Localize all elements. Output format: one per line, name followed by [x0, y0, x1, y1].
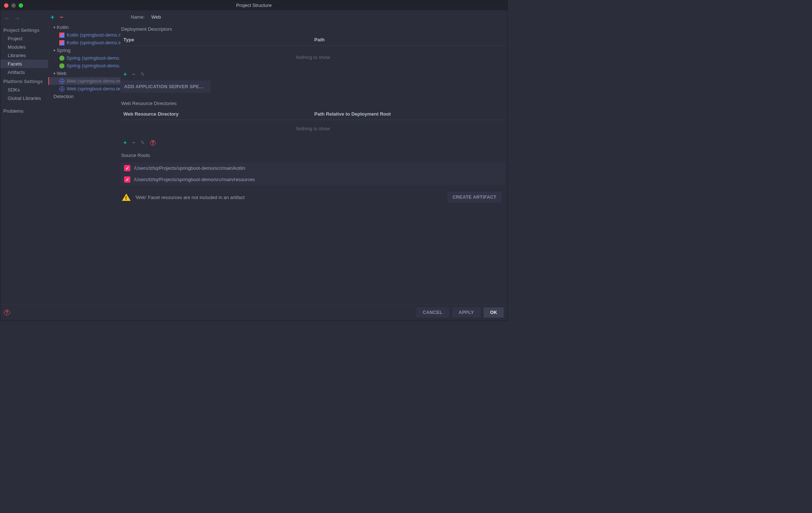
source-root-row[interactable]: /Users/lzhq/Projects/springboot-demo/src…: [120, 174, 505, 185]
facet-group-label: Kotlin: [57, 25, 69, 30]
footer-buttons: CANCEL APPLY OK: [416, 307, 504, 318]
source-checkbox[interactable]: [124, 176, 130, 183]
nav-libraries[interactable]: Libraries: [0, 51, 48, 60]
edit-webres-icon[interactable]: ✎: [141, 140, 145, 146]
content-scroll[interactable]: Deployment Descriptors Type Path Nothing…: [120, 24, 507, 304]
section-deployment-descriptors: Deployment Descriptors: [120, 24, 505, 35]
nav-global-libraries[interactable]: Global Libraries: [0, 94, 48, 102]
dialog-body: ← → Project Settings Project Modules Lib…: [0, 11, 507, 304]
web-icon: [59, 86, 64, 91]
facet-group-web[interactable]: ▾ Web: [48, 70, 120, 77]
add-facet-button[interactable]: +: [51, 14, 55, 21]
facet-toolbar: + −: [48, 13, 120, 23]
facet-kotlin-main[interactable]: Kotlin (springboot-demo.main): [48, 31, 120, 39]
remove-descriptor-icon[interactable]: −: [132, 71, 135, 78]
close-window-button[interactable]: [4, 3, 8, 8]
window-title: Project Structure: [236, 3, 272, 8]
warning-text: 'Web' Facet resources are not included i…: [135, 195, 443, 200]
facet-web-main[interactable]: Web (springboot-demo.main): [48, 77, 120, 85]
chevron-down-icon: ▾: [53, 71, 55, 75]
section-platform-settings: Platform Settings: [0, 76, 48, 86]
deploy-toolbar: + − ✎: [120, 69, 505, 79]
facet-web-test[interactable]: Web (springboot-demo.test): [48, 85, 120, 93]
main-panel: Name: Deployment Descriptors Type Path N…: [120, 11, 507, 304]
cancel-button[interactable]: CANCEL: [416, 307, 449, 318]
nav-project[interactable]: Project: [0, 34, 48, 43]
facet-tree: ▾ Kotlin Kotlin (springboot-demo.main) K…: [48, 23, 120, 100]
facet-tree-panel: + − ▾ Kotlin Kotlin (springboot-demo.mai…: [48, 11, 120, 304]
spring-icon: [59, 56, 64, 61]
name-label: Name:: [131, 14, 145, 20]
col-path: Path: [314, 37, 506, 42]
kotlin-icon: [59, 33, 64, 38]
facet-child-label: Web (springboot-demo.test): [67, 86, 126, 91]
nav-problems[interactable]: Problems: [0, 107, 48, 115]
nav-arrows: ← →: [0, 13, 48, 25]
source-path: /Users/lzhq/Projects/springboot-demo/src…: [134, 177, 255, 182]
minimize-window-button[interactable]: [11, 3, 16, 8]
col-type: Type: [123, 37, 314, 42]
facet-spring-test[interactable]: Spring (springboot-demo.test): [48, 62, 120, 70]
chevron-down-icon: ▾: [53, 48, 55, 52]
section-web-resource: Web Resource Directories: [120, 98, 505, 109]
nav-artifacts[interactable]: Artifacts: [0, 68, 48, 76]
source-path: /Users/lzhq/Projects/springboot-demo/src…: [134, 165, 245, 171]
facet-name-input[interactable]: [150, 14, 504, 20]
nav-back-icon[interactable]: ←: [4, 15, 10, 22]
facet-child-label: Kotlin (springboot-demo.test): [67, 40, 128, 45]
col-web-resource-dir: Web Resource Directory: [123, 111, 314, 117]
nav-sdks[interactable]: SDKs: [0, 86, 48, 94]
source-root-row[interactable]: /Users/lzhq/Projects/springboot-demo/src…: [120, 162, 505, 174]
name-row: Name:: [120, 14, 507, 24]
facet-group-spring[interactable]: ▾ Spring: [48, 46, 120, 54]
titlebar: Project Structure: [0, 0, 507, 11]
facet-kotlin-test[interactable]: Kotlin (springboot-demo.test): [48, 39, 120, 46]
section-source-roots: Source Roots: [120, 147, 505, 161]
add-descriptor-icon[interactable]: +: [123, 71, 127, 78]
help-webres-icon[interactable]: ?: [150, 140, 156, 146]
spring-icon: [59, 63, 64, 68]
remove-facet-button[interactable]: −: [60, 14, 64, 21]
nav-forward-icon[interactable]: →: [14, 15, 20, 22]
apply-button[interactable]: APPLY: [452, 307, 481, 318]
table-header-deploy: Type Path: [120, 35, 505, 46]
section-project-settings: Project Settings: [0, 25, 48, 34]
empty-deploy: Nothing to show: [120, 46, 505, 69]
facet-group-kotlin[interactable]: ▾ Kotlin: [48, 23, 120, 31]
web-icon: [59, 79, 64, 84]
sidebar: ← → Project Settings Project Modules Lib…: [0, 11, 48, 304]
project-structure-dialog: Project Structure ← → Project Settings P…: [0, 0, 508, 321]
help-icon[interactable]: ?: [4, 310, 10, 315]
ok-button[interactable]: OK: [484, 307, 504, 318]
warning-row: 'Web' Facet resources are not included i…: [120, 189, 505, 206]
facet-detection[interactable]: Detection: [48, 93, 120, 100]
facet-child-label: Web (springboot-demo.main): [67, 78, 128, 84]
add-webres-icon[interactable]: +: [123, 139, 127, 146]
facet-spring-main[interactable]: Spring (springboot-demo.main): [48, 54, 120, 62]
edit-descriptor-icon[interactable]: ✎: [141, 71, 145, 77]
create-artifact-button[interactable]: CREATE ARTIFACT: [447, 192, 502, 203]
window-controls: [0, 3, 23, 8]
remove-webres-icon[interactable]: −: [132, 139, 135, 146]
table-header-webres: Web Resource Directory Path Relative to …: [120, 109, 505, 120]
source-checkbox[interactable]: [124, 165, 130, 171]
webres-toolbar: + − ✎ ?: [120, 137, 505, 147]
facet-group-label: Web: [57, 71, 67, 76]
source-list: /Users/lzhq/Projects/springboot-demo/src…: [120, 162, 505, 185]
dialog-footer: ? CANCEL APPLY OK: [0, 304, 507, 320]
chevron-down-icon: ▾: [53, 25, 55, 29]
kotlin-icon: [59, 40, 64, 45]
facet-group-label: Spring: [57, 48, 71, 53]
col-path-relative: Path Relative to Deployment Root: [314, 111, 506, 117]
nav-modules[interactable]: Modules: [0, 43, 48, 51]
warning-icon: [122, 194, 131, 201]
add-server-descriptor-button[interactable]: ADD APPLICATION SERVER SPECIFIC DESCRIPT…: [120, 80, 211, 93]
empty-webres: Nothing to show: [120, 120, 505, 137]
nav-facets[interactable]: Facets: [0, 60, 48, 68]
zoom-window-button[interactable]: [19, 3, 23, 8]
